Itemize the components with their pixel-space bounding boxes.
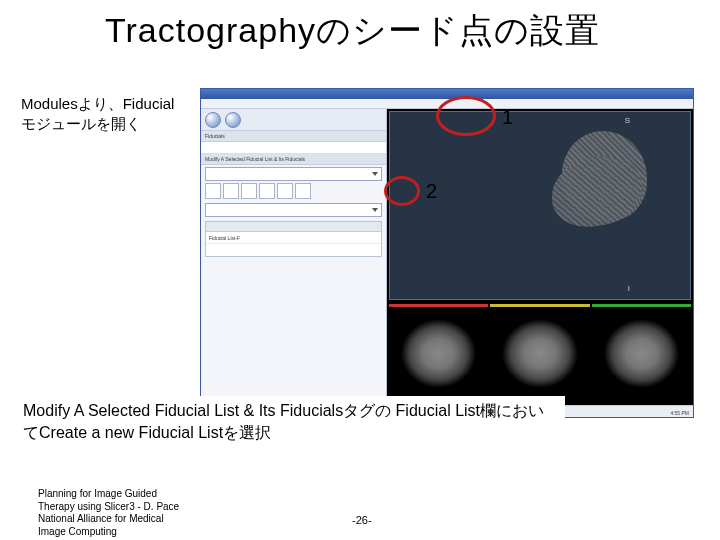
slide: Tractographyのシード点の設置 Modulesより、Fiducialモ… — [0, 0, 720, 540]
system-time: 4:55 PM — [670, 410, 689, 416]
panel-dropdown[interactable] — [205, 203, 382, 217]
tool-btn[interactable] — [277, 183, 293, 199]
footer-line: National Alliance for Medical — [38, 513, 288, 526]
footer-citation: Planning for Image Guided Therapy using … — [38, 488, 288, 538]
slide-title: Tractographyのシード点の設置 — [105, 8, 710, 54]
viewer-3d[interactable]: S R I — [389, 111, 691, 300]
panel-row — [201, 142, 386, 154]
module-name: Fiducials — [201, 131, 386, 142]
tool-btn[interactable] — [295, 183, 311, 199]
table-header — [206, 222, 381, 232]
tool-btn[interactable] — [241, 183, 257, 199]
window-menubar[interactable] — [201, 99, 693, 109]
slice-sagittal[interactable] — [490, 304, 589, 403]
window-titlebar[interactable] — [201, 89, 693, 99]
slice-axial[interactable] — [389, 304, 488, 403]
panel-toolbar[interactable] — [201, 109, 386, 131]
home-icon[interactable] — [205, 112, 221, 128]
callout-number-2: 2 — [426, 180, 437, 203]
section-header[interactable]: Modify A Selected Fiducial List & Its Fi… — [201, 154, 386, 165]
instruction-box-1: Modulesより、Fiducialモジュールを開く — [15, 90, 185, 137]
app-screenshot: Fiducials Modify A Selected Fiducial Lis… — [200, 88, 694, 418]
nav-icon[interactable] — [225, 112, 241, 128]
tool-btn[interactable] — [259, 183, 275, 199]
tool-btn[interactable] — [205, 183, 221, 199]
orient-label-s: S — [625, 116, 630, 125]
page-number: -26- — [352, 514, 372, 526]
slice-coronal[interactable] — [592, 304, 691, 403]
brain-volume — [552, 126, 672, 246]
orient-label-i: I — [628, 284, 630, 293]
footer-line: Image Computing — [38, 526, 288, 539]
module-panel: Fiducials Modify A Selected Fiducial Lis… — [201, 109, 387, 417]
viewer-area: S R I 4:55 PM — [387, 109, 693, 417]
footer-line: Therapy using Slicer3 - D. Pace — [38, 501, 288, 514]
callout-number-1: 1 — [502, 106, 513, 129]
table-row[interactable]: Fiducial List-F — [206, 232, 381, 244]
fiducial-table[interactable]: Fiducial List-F — [205, 221, 382, 257]
slice-views — [387, 302, 693, 405]
footer-line: Planning for Image Guided — [38, 488, 288, 501]
instruction-box-2: Modify A Selected Fiducial List & Its Fi… — [15, 396, 565, 447]
tool-btn[interactable] — [223, 183, 239, 199]
fiducial-list-dropdown[interactable] — [205, 167, 382, 181]
tool-row — [205, 183, 382, 201]
